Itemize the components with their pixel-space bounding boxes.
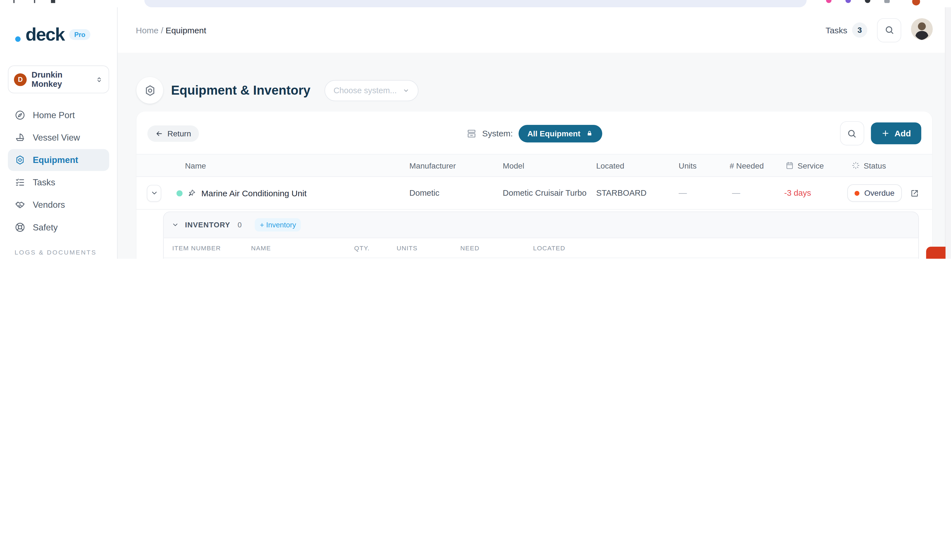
sidebar-item-tasks[interactable]: Tasks — [8, 172, 109, 194]
return-button[interactable]: Return — [147, 125, 199, 142]
loader-icon — [852, 161, 860, 170]
inventory-subtable-header: ITEM NUMBER NAME QTY. UNITS NEED LOCATED — [163, 238, 918, 258]
vessel-name: Drunkin Monkey — [32, 70, 91, 88]
system-value: All Equipment — [527, 129, 580, 138]
sidebar: deck Pro D Drunkin Monkey Home Port Vess… — [0, 7, 118, 259]
sidebar-section-label: LOGS & DOCUMENTS — [8, 239, 109, 259]
breadcrumb-separator: / — [161, 25, 163, 35]
add-button[interactable]: Add — [871, 122, 921, 144]
inventory-title: INVENTORY — [185, 221, 230, 229]
inventory-section-header[interactable]: INVENTORY 0 + Inventory — [163, 212, 918, 238]
browser-profile-icon[interactable] — [912, 0, 920, 5]
arrow-left-icon — [155, 129, 163, 137]
equipment-card: Return System: All Equipment — [136, 111, 932, 259]
nut-icon — [15, 155, 26, 166]
browser-extension-icon[interactable] — [865, 0, 870, 3]
add-label: Add — [894, 129, 911, 138]
lifebuoy-icon — [15, 222, 26, 233]
chevron-down-icon — [403, 87, 410, 94]
column-manufacturer: Manufacturer — [409, 161, 502, 170]
system-label: System: — [482, 129, 513, 138]
return-label: Return — [167, 129, 191, 138]
lock-icon — [586, 130, 593, 137]
inventory-empty-text: No inventory found — [163, 258, 918, 259]
app-window: deck Pro D Drunkin Monkey Home Port Vess… — [0, 0, 951, 259]
sidebar-nav-main: Home Port Vessel View Equipment Tasks Ve… — [8, 104, 109, 239]
status-dot — [177, 190, 183, 196]
search-icon — [884, 25, 894, 35]
pin-icon[interactable] — [188, 188, 196, 197]
browser-address-bar[interactable] — [144, 0, 807, 7]
add-inventory-link[interactable]: + Inventory — [255, 218, 301, 232]
sidebar-item-label: Vessel View — [33, 133, 80, 143]
inventory-section: INVENTORY 0 + Inventory ITEM NUMBER NAME… — [163, 211, 919, 259]
browser-icon-fragment — [14, 0, 15, 3]
choose-system-placeholder: Choose system... — [333, 86, 397, 95]
chevron-up-down-icon — [95, 75, 103, 83]
column-located: Located — [596, 161, 673, 170]
external-link-icon[interactable] — [909, 188, 919, 198]
column-status: Status — [834, 161, 932, 170]
cell-located: STARBOARD — [596, 188, 673, 197]
choose-system-select[interactable]: Choose system... — [324, 80, 419, 101]
boat-icon — [15, 132, 26, 143]
system-filter: System: All Equipment — [467, 125, 603, 142]
row-expander-button[interactable] — [147, 185, 162, 202]
cell-needed: — — [728, 188, 779, 197]
app-logo[interactable]: deck Pro — [8, 25, 109, 45]
tasks-count-badge: 3 — [852, 22, 867, 37]
sidebar-item-vessel-view[interactable]: Vessel View — [8, 126, 109, 148]
breadcrumb-home[interactable]: Home — [136, 25, 159, 35]
cell-model: Dometic Cruisair Turbo — [502, 188, 596, 197]
row-expansion-panel: INVENTORY 0 + Inventory ITEM NUMBER NAME… — [163, 211, 919, 259]
feedback-tab[interactable]: Feedback — [926, 247, 945, 259]
pro-badge: Pro — [69, 29, 90, 40]
breadcrumb: Home / Equipment — [136, 25, 206, 35]
chevron-down-icon — [172, 221, 179, 228]
equipment-nut-icon — [136, 77, 163, 104]
sidebar-item-label: Home Port — [33, 110, 75, 120]
handshake-icon — [15, 199, 26, 210]
status-badge-dot — [855, 191, 859, 195]
table-header-row: Name Manufacturer Model Located Units # … — [136, 154, 932, 177]
column-needed: # Needed — [728, 161, 779, 170]
browser-chrome-strip — [0, 0, 951, 7]
profile-avatar[interactable] — [911, 18, 933, 42]
browser-icon-fragment — [34, 0, 35, 3]
logo-dot-icon — [15, 36, 20, 42]
search-icon — [847, 128, 857, 138]
browser-extension-icon[interactable] — [884, 0, 889, 3]
sidebar-item-equipment[interactable]: Equipment — [8, 149, 109, 171]
sidebar-item-label: Tasks — [33, 177, 55, 187]
archive-icon — [467, 128, 477, 138]
browser-apps-icon[interactable] — [51, 0, 55, 3]
logo-text: deck — [26, 25, 65, 45]
sidebar-item-vendors[interactable]: Vendors — [8, 194, 109, 216]
cell-service: -3 days — [779, 188, 834, 197]
column-model: Model — [502, 161, 596, 170]
compass-icon — [15, 110, 26, 121]
card-toolbar: Return System: All Equipment — [136, 111, 932, 154]
sidebar-item-label: Vendors — [33, 200, 65, 210]
vessel-avatar: D — [14, 73, 27, 86]
tasks-chip[interactable]: Tasks 3 — [825, 22, 867, 37]
table-search-button[interactable] — [840, 121, 864, 146]
table-body: Marine Air Conditioning Unit Dometic Dom… — [136, 177, 932, 259]
browser-extension-icon[interactable] — [845, 0, 851, 3]
column-name: Name — [177, 161, 409, 170]
cell-manufacturer: Dometic — [409, 188, 502, 197]
sidebar-item-home-port[interactable]: Home Port — [8, 104, 109, 126]
browser-extension-icon[interactable] — [826, 0, 831, 3]
system-value-pill[interactable]: All Equipment — [518, 125, 603, 142]
global-search-button[interactable] — [877, 18, 902, 42]
sidebar-item-safety[interactable]: Safety — [8, 217, 109, 238]
page-scrollbar[interactable] — [945, 7, 951, 259]
chevron-down-icon — [150, 189, 158, 197]
vessel-selector[interactable]: D Drunkin Monkey — [8, 66, 109, 94]
breadcrumb-current: Equipment — [166, 25, 206, 35]
sidebar-item-label: Equipment — [33, 155, 78, 165]
status-badge[interactable]: Overdue — [847, 184, 902, 202]
topbar: Home / Equipment Tasks 3 — [118, 7, 951, 52]
main-content: Equipment & Inventory Choose system... R… — [118, 52, 951, 259]
table-row[interactable]: Marine Air Conditioning Unit Dometic Dom… — [136, 177, 932, 210]
